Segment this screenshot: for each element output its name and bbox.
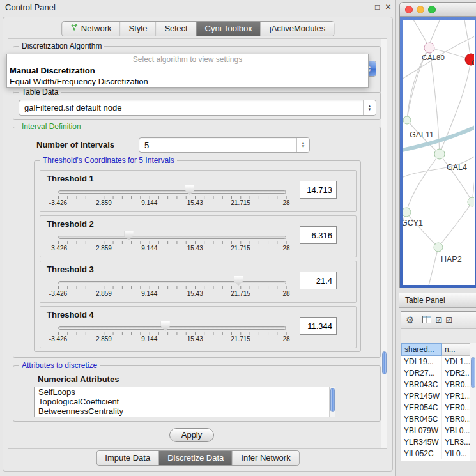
network-node[interactable]: [403, 116, 411, 124]
network-node[interactable]: [434, 149, 445, 159]
tab-label: jActiveModules: [270, 22, 325, 36]
table-row[interactable]: YLR345WYLR3...: [401, 436, 470, 448]
tab-label: Style: [129, 22, 148, 36]
combo-stepper-icon[interactable]: ▲▼: [296, 138, 309, 152]
tab-select[interactable]: Select: [156, 22, 196, 36]
table-cell[interactable]: YLR3...: [442, 436, 470, 448]
network-node[interactable]: [434, 243, 443, 252]
tab-style[interactable]: Style: [121, 22, 157, 36]
select-all-icon[interactable]: ☑: [435, 316, 441, 325]
content-scrollbar[interactable]: [381, 39, 387, 448]
gear-icon[interactable]: ⚙: [406, 314, 414, 326]
tab-jactivemodules[interactable]: jActiveModules: [261, 22, 334, 36]
slider-track[interactable]: [58, 281, 286, 284]
table-cell[interactable]: YIL052C: [401, 448, 442, 459]
table-cell[interactable]: YBR043C: [401, 379, 442, 390]
tick-label: 15.43: [187, 335, 203, 342]
number-of-intervals-select[interactable]: 5 ▲▼: [139, 137, 310, 153]
list-item[interactable]: SelfLoops: [35, 387, 335, 397]
network-node[interactable]: [424, 43, 434, 53]
node-label: GAL...: [472, 59, 474, 66]
table-cell[interactable]: YBL079W: [401, 425, 442, 436]
table-cell[interactable]: YPR1...: [442, 390, 470, 402]
table-scrollbar[interactable]: [470, 343, 476, 461]
table-cell[interactable]: YDL1...: [442, 356, 470, 367]
table-cell[interactable]: YER054C: [401, 402, 442, 413]
table-row[interactable]: YER054CYER0...: [401, 402, 470, 413]
column-header-shared-name[interactable]: shared...: [401, 343, 442, 356]
float-window-icon[interactable]: □: [372, 3, 382, 12]
tab-infer-network[interactable]: Infer Network: [233, 451, 298, 465]
dropdown-header: Select algorithm to view settings: [7, 54, 368, 65]
algorithm-dropdown-popup: Select algorithm to view settings Manual…: [6, 54, 369, 88]
table-cell[interactable]: YLR345W: [401, 436, 442, 448]
minimize-button[interactable]: [417, 6, 424, 13]
table-cell[interactable]: YDR2...: [442, 367, 470, 379]
network-view-window: GAL80 GAL... GAL11 GAL4 GCY1 HAP2: [399, 2, 476, 288]
threshold-value-field[interactable]: 6.316: [300, 226, 337, 244]
threshold-value-field[interactable]: 21.4: [300, 272, 337, 289]
network-node[interactable]: [403, 208, 411, 217]
slider-track[interactable]: [58, 190, 286, 194]
node-label: GCY1: [403, 219, 423, 227]
table-cell[interactable]: YBR0...: [442, 413, 470, 425]
attributes-list[interactable]: SelfLoops TopologicalCoefficient Between…: [34, 387, 335, 417]
tab-impute-data[interactable]: Impute Data: [96, 451, 159, 465]
tab-network[interactable]: Network: [62, 22, 121, 36]
table-cell[interactable]: YIL0...: [442, 448, 470, 459]
window-title: Control Panel: [5, 3, 56, 12]
table-cell[interactable]: YBR0...: [442, 379, 470, 390]
table-row[interactable]: YBR043CYBR0...: [401, 379, 470, 390]
slider-track[interactable]: [58, 326, 286, 330]
table-cell[interactable]: YDL19...: [401, 356, 442, 367]
tick-label: 2.859: [96, 199, 112, 206]
tick-label: 21.715: [231, 245, 250, 252]
close-icon[interactable]: ✕: [383, 3, 393, 12]
threshold-3-panel: Threshold 3 -3.4262.8599.14415.4321.7152…: [40, 261, 357, 303]
list-scrollbar[interactable]: [329, 387, 335, 417]
tick-label: 2.859: [96, 245, 112, 252]
table-row[interactable]: YIL052CYIL0...: [401, 448, 470, 459]
list-item[interactable]: TopologicalCoefficient: [35, 397, 335, 406]
network-canvas[interactable]: GAL80 GAL... GAL11 GAL4 GCY1 HAP2: [403, 20, 475, 285]
table-header-row: shared... n...: [401, 343, 470, 356]
threshold-value-field[interactable]: 14.713: [300, 181, 337, 199]
list-item[interactable]: BetweennessCentrality: [35, 406, 335, 416]
network-window-titlebar[interactable]: [400, 3, 476, 17]
table-data-select[interactable]: galFiltered.sif default node ▲▼: [19, 100, 376, 116]
tick-label: 21.715: [231, 290, 250, 297]
zoom-button[interactable]: [428, 6, 436, 13]
column-header-name[interactable]: n...: [442, 343, 470, 356]
table-row[interactable]: YPR145WYPR1...: [401, 390, 470, 402]
tab-cyni-toolbox[interactable]: Cyni Toolbox: [197, 22, 261, 36]
table-row[interactable]: YDL19...YDL1...: [401, 356, 470, 367]
select-mode-icon[interactable]: ☑: [445, 316, 452, 325]
table-row[interactable]: YBL079WYBL0...: [401, 425, 470, 436]
table-cell[interactable]: YER0...: [442, 402, 470, 413]
table-cell[interactable]: YBR045C: [401, 413, 442, 425]
dropdown-option-equal-width[interactable]: Equal Width/Frequency Discretization: [7, 76, 368, 87]
table-row[interactable]: YBR045CYBR0...: [401, 413, 470, 425]
tick-label: 9.144: [141, 335, 157, 342]
scrollbar-thumb[interactable]: [471, 357, 475, 388]
network-node[interactable]: [468, 197, 474, 206]
table-row[interactable]: YDR27...YDR2...: [401, 367, 470, 379]
scrollbar-thumb[interactable]: [382, 351, 387, 374]
threshold-1-panel: Threshold 1 -3.4262.8599.14415.4321.7152…: [40, 170, 357, 212]
table-cell[interactable]: YDR27...: [401, 367, 442, 379]
threshold-label: Threshold 3: [47, 265, 94, 274]
table-cell[interactable]: YPR145W: [401, 390, 442, 402]
table-toolbar: ⚙ ☑ ☑: [401, 312, 476, 329]
tab-label: Network: [81, 22, 112, 36]
column-settings-icon[interactable]: [422, 314, 431, 326]
scrollbar-thumb[interactable]: [330, 388, 335, 412]
table-cell[interactable]: YBL0...: [442, 425, 470, 436]
slider-track[interactable]: [58, 236, 286, 239]
apply-button[interactable]: Apply: [169, 428, 214, 442]
dropdown-option-manual[interactable]: Manual Discretization: [7, 65, 368, 76]
threshold-value-field[interactable]: 11.344: [300, 317, 337, 335]
tab-discretize-data[interactable]: Discretize Data: [159, 451, 233, 465]
combo-stepper-icon[interactable]: ▲▼: [363, 100, 376, 115]
close-button[interactable]: [405, 6, 413, 13]
toolbar-divider: [418, 315, 418, 325]
